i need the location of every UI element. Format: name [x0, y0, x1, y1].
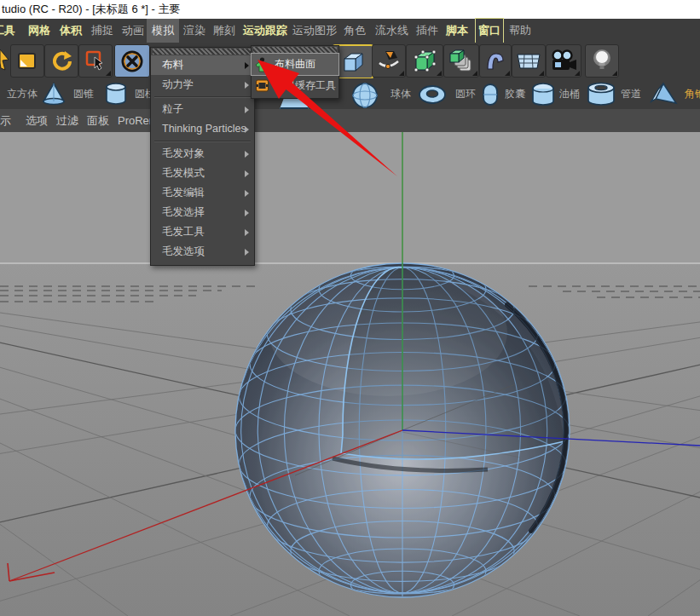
- cylinder-icon[interactable]: [104, 82, 128, 106]
- menu-separator: [154, 141, 251, 142]
- selection-frame-button[interactable]: [78, 44, 113, 78]
- cinema4d-window: tudio (RC - R20) - [未标题 6 *] - 主要 工具 网格 …: [0, 0, 700, 616]
- workplane-tool-icon: [17, 51, 38, 72]
- submenu-arrow-icon: [245, 62, 249, 69]
- menu-sculpt[interactable]: 雕刻: [213, 19, 235, 43]
- primitive-tube-label[interactable]: 管道: [621, 78, 641, 109]
- submenu-item-cloth-cache-tool[interactable]: 布料缓存工具: [252, 75, 338, 96]
- submenu-arrow-icon: [245, 170, 249, 177]
- camera-button[interactable]: [546, 44, 581, 78]
- primitives-toolbar: 立方体 圆锥 圆柱 球体 圆环 胶囊: [0, 78, 700, 110]
- cloth-surface-icon: [255, 57, 269, 72]
- selection-frame-icon: [84, 49, 107, 73]
- menu-motion-track[interactable]: 运动跟踪: [243, 19, 287, 43]
- submenu-item-cloth-surface[interactable]: 布料曲面: [252, 54, 338, 75]
- primitive-cone-label[interactable]: 圆锥: [73, 78, 94, 109]
- menu-render[interactable]: 渲染: [183, 19, 205, 43]
- menu-snap[interactable]: 捕捉: [91, 19, 113, 43]
- submenu-arrow-icon: [245, 229, 249, 236]
- floor-grid-icon: [516, 50, 541, 72]
- menu-help[interactable]: 帮助: [509, 19, 531, 43]
- menu-animate[interactable]: 动画: [122, 19, 144, 43]
- oil-tank-icon[interactable]: [530, 82, 556, 107]
- menu-item-cloth[interactable]: 布料: [151, 55, 254, 75]
- floor-grid-button[interactable]: [512, 44, 546, 78]
- workplane-tool-button[interactable]: [10, 44, 44, 78]
- tube-icon[interactable]: [587, 82, 616, 107]
- pyramid-icon[interactable]: [650, 82, 679, 107]
- submenu-arrow-icon: [245, 126, 249, 133]
- menu-item-hair-options[interactable]: 毛发选项: [151, 242, 254, 262]
- simulate-dropdown-menu: 布料 动力学 粒子 Thinking Particles 毛发对象 毛发模式 毛…: [150, 47, 255, 266]
- primitive-cube-label[interactable]: 立方体: [7, 78, 38, 109]
- menu-simulate[interactable]: 模拟: [147, 19, 179, 43]
- menu-plugins[interactable]: 插件: [416, 19, 438, 43]
- submenu-arrow-icon: [245, 151, 249, 158]
- submenu-arrow-icon: [245, 82, 249, 89]
- menu-bar: 工具 网格 体积 捕捉 动画 模拟 渲染 雕刻 运动跟踪 运动图形 角色 流水线…: [0, 19, 700, 43]
- menu-item-hair-tools[interactable]: 毛发工具: [151, 222, 254, 242]
- menu-tearoff-strip[interactable]: [153, 49, 252, 55]
- viewport-menu-panel[interactable]: 面板: [87, 109, 109, 132]
- menu-item-hair-select[interactable]: 毛发选择: [151, 203, 254, 222]
- bend-deformer-button[interactable]: [479, 44, 512, 78]
- menu-item-hair-mode[interactable]: 毛发模式: [151, 164, 254, 183]
- viewport-menu-filter[interactable]: 过滤: [56, 109, 78, 132]
- window-title: tudio (RC - R20) - [未标题 6 *] - 主要: [2, 3, 180, 15]
- primitive-capsule-label[interactable]: 胶囊: [505, 78, 525, 109]
- submenu-arrow-icon: [245, 190, 249, 197]
- submenu-arrow-icon: [245, 107, 249, 113]
- camera-icon: [550, 49, 577, 73]
- menu-character[interactable]: 角色: [344, 19, 366, 43]
- menu-item-thinking-particles[interactable]: Thinking Particles: [151, 119, 254, 139]
- submenu-arrow-icon: [245, 210, 249, 216]
- viewport-menu-options[interactable]: 选项: [26, 109, 48, 132]
- sphere-icon[interactable]: [351, 82, 379, 109]
- main-toolbar: [0, 43, 700, 79]
- torus-icon[interactable]: [418, 82, 447, 107]
- menu-volume[interactable]: 体积: [60, 19, 82, 43]
- submenu-tearoff-strip[interactable]: [253, 47, 337, 53]
- x-axis-lock-icon: [120, 49, 144, 73]
- instance-array-button[interactable]: [443, 44, 479, 78]
- title-bar: tudio (RC - R20) - [未标题 6 *] - 主要: [0, 0, 700, 19]
- cloth-cache-icon: [255, 78, 269, 93]
- x-axis-lock-button[interactable]: [114, 44, 150, 78]
- bend-deformer-icon: [484, 50, 506, 72]
- menu-mograph[interactable]: 运动图形: [292, 19, 337, 43]
- viewport-menu-bar: 显示 选项 过滤 面板 ProRender: [0, 109, 700, 133]
- cloth-submenu: 布料曲面 布料缓存工具: [251, 45, 339, 99]
- menu-window[interactable]: 窗口: [476, 19, 503, 43]
- cone-icon[interactable]: [41, 82, 67, 106]
- primitive-pyramid-label[interactable]: 角锥: [685, 78, 700, 109]
- primitive-oiltank-label[interactable]: 油桶: [559, 78, 580, 109]
- menu-item-particles[interactable]: 粒子: [151, 100, 254, 119]
- viewport-scene: [0, 132, 700, 616]
- rotate-tool-icon: [50, 50, 72, 72]
- rotate-tool-button[interactable]: [44, 44, 78, 78]
- menu-pipeline[interactable]: 流水线: [375, 19, 408, 43]
- menu-mesh[interactable]: 网格: [28, 19, 50, 43]
- submenu-arrow-icon: [245, 249, 249, 256]
- menu-script[interactable]: 脚本: [446, 19, 468, 43]
- cursor-tool-icon[interactable]: [0, 48, 9, 73]
- menu-item-hair-object[interactable]: 毛发对象: [151, 144, 254, 164]
- edit-mesh-cube-icon: [412, 49, 437, 74]
- instance-array-icon: [448, 49, 474, 74]
- pen-tool-icon: [377, 49, 401, 73]
- menu-item-hair-edit[interactable]: 毛发编辑: [151, 183, 254, 203]
- primitive-sphere-label[interactable]: 球体: [390, 78, 411, 109]
- light-bulb-icon: [591, 49, 613, 74]
- light-button[interactable]: [585, 44, 619, 78]
- viewport-menu-display[interactable]: 显示: [0, 109, 11, 132]
- pen-tool-button[interactable]: [372, 44, 406, 78]
- primitive-torus-label[interactable]: 圆环: [455, 78, 476, 109]
- menu-item-dynamics[interactable]: 动力学: [151, 75, 254, 95]
- viewport[interactable]: [0, 132, 700, 616]
- edit-mesh-button[interactable]: [406, 44, 443, 78]
- menu-tools[interactable]: 工具: [0, 19, 15, 43]
- capsule-icon[interactable]: [481, 82, 500, 107]
- make-editable-cube-icon: [341, 50, 365, 74]
- menu-separator: [154, 96, 251, 98]
